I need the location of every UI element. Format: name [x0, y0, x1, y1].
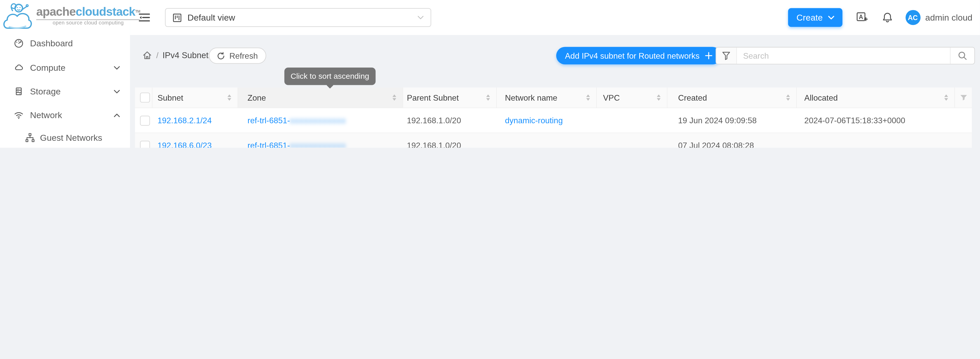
sort-icons [392, 94, 396, 101]
plus-icon [705, 52, 713, 59]
redacted-zone-text: xxxxxxxxxxxx [290, 116, 346, 125]
row-checkbox[interactable] [140, 115, 150, 125]
network-name-link[interactable]: dynamic-routing [505, 116, 563, 125]
sidebar-item-network[interactable]: Network [0, 103, 130, 127]
brand-apache: apache [36, 5, 76, 18]
user-name[interactable]: admin cloud [925, 13, 972, 22]
chevron-up-icon [114, 113, 120, 117]
sidebar-item-dashboard[interactable]: Dashboard [0, 30, 130, 56]
sidebar-item-label: Guest Networks [40, 132, 102, 142]
column-header-created[interactable]: Created [668, 88, 797, 108]
translate-icon[interactable]: A [856, 12, 868, 23]
app-window: apachecloudstackTM open source cloud com… [0, 0, 980, 148]
search-icon[interactable] [950, 48, 974, 64]
table-row[interactable]: 192.168.6.0/23 ref-trl-6851-xxxxxxxxxxxx… [135, 133, 972, 148]
refresh-button[interactable]: Refresh [209, 48, 266, 64]
select-all-checkbox[interactable] [140, 93, 150, 103]
sort-icons [228, 94, 231, 101]
add-ipv4-subnet-button[interactable]: Add IPv4 subnet for Routed networks [556, 47, 721, 64]
sort-icons [944, 94, 948, 101]
sort-icons [586, 94, 590, 101]
project-view-value: Default view [188, 13, 235, 22]
zone-link[interactable]: ref-trl-6851-xxxxxxxxxxxx [247, 141, 346, 148]
project-icon [173, 13, 182, 22]
reload-icon [217, 52, 225, 60]
avatar[interactable]: AC [905, 10, 920, 25]
column-header-vpc[interactable]: VPC [597, 88, 668, 108]
search-bar [716, 47, 975, 64]
sidebar-item-label: Network [30, 110, 62, 120]
cloud-icon [14, 62, 24, 73]
column-header-parent-subnet[interactable]: Parent Subnet [403, 88, 497, 108]
subnet-link[interactable]: 192.168.6.0/23 [158, 141, 212, 148]
sidebar-item-compute[interactable]: Compute [0, 56, 130, 79]
allocated-value: 2024-07-06T15:18:33+0000 [804, 116, 905, 125]
chevron-down-icon [114, 65, 120, 70]
cloudstack-logo[interactable]: apachecloudstackTM open source cloud com… [2, 2, 140, 30]
menu-fold-icon[interactable] [139, 13, 150, 22]
sidebar-item-label: Dashboard [30, 38, 73, 48]
sidebar-item-guest-networks[interactable]: Guest Networks [0, 127, 130, 147]
column-header-network-name[interactable]: Network name [497, 88, 597, 108]
zone-link[interactable]: ref-trl-6851-xxxxxxxxxxxx [247, 116, 346, 125]
cluster-icon [25, 132, 35, 142]
redacted-zone-text: xxxxxxxxxxxx [290, 141, 346, 148]
main-content: / IPv4 Subnets Refresh Click to sort asc… [130, 35, 980, 148]
sort-icons [486, 94, 490, 101]
column-label: Created [678, 93, 707, 102]
table-header-row: Subnet Zone Parent Subnet Network name V… [135, 88, 972, 108]
database-icon [14, 86, 24, 96]
parent-subnet-value: 192.168.1.0/20 [407, 116, 461, 125]
ipv4-subnets-table: Subnet Zone Parent Subnet Network name V… [135, 88, 972, 148]
created-value: 07 Jul 2024 08:08:28 [678, 141, 754, 148]
project-view-select[interactable]: Default view [165, 8, 431, 27]
sort-tooltip: Click to sort ascending [285, 67, 375, 85]
home-icon[interactable] [142, 51, 152, 60]
sidebar-item-label: Storage [30, 86, 61, 96]
brand-cloudstack: cloudstack [76, 5, 135, 18]
sort-icons [657, 94, 660, 101]
table-filter-trigger[interactable] [955, 88, 972, 108]
column-label: VPC [603, 93, 620, 102]
chevron-down-icon [417, 16, 423, 19]
wifi-icon [14, 110, 24, 120]
column-label: Parent Subnet [407, 93, 459, 102]
filter-funnel-icon[interactable] [716, 48, 737, 64]
column-header-zone[interactable]: Zone [238, 88, 403, 108]
column-label: Zone [247, 93, 266, 102]
select-all-cell [135, 88, 153, 108]
column-label: Network name [505, 93, 557, 102]
topbar: Default view Create A AC admin cloud [130, 0, 980, 35]
create-button-label: Create [796, 13, 822, 22]
sort-icons [786, 94, 790, 101]
sidebar: apachecloudstackTM open source cloud com… [0, 0, 130, 148]
notification-bell-icon[interactable] [881, 12, 893, 23]
brand-wordmark: apachecloudstackTM open source cloud com… [36, 6, 140, 26]
search-input[interactable] [737, 48, 950, 64]
add-button-label: Add IPv4 subnet for Routed networks [565, 51, 700, 60]
table-row[interactable]: 192.168.2.1/24 ref-trl-6851-xxxxxxxxxxxx… [135, 108, 972, 133]
sidebar-nav: Dashboard Compute Storage Net [0, 30, 130, 148]
breadcrumb-current: IPv4 Subnets [162, 51, 213, 60]
created-value: 19 Jun 2024 09:09:58 [678, 116, 757, 125]
chevron-down-icon [114, 89, 120, 93]
column-header-subnet[interactable]: Subnet [153, 88, 238, 108]
parent-subnet-value: 192.168.1.0/20 [407, 141, 461, 148]
create-button[interactable]: Create [788, 8, 842, 27]
refresh-label: Refresh [229, 51, 258, 60]
row-checkbox[interactable] [140, 140, 150, 148]
sidebar-item-storage[interactable]: Storage [0, 80, 130, 103]
column-label: Subnet [158, 93, 183, 102]
column-label: Allocated [804, 93, 838, 102]
column-header-allocated[interactable]: Allocated [797, 88, 955, 108]
dashboard-icon [14, 38, 24, 48]
svg-text:A: A [859, 14, 863, 20]
brand-trademark: TM [135, 9, 140, 13]
topbar-right-cluster: Create A AC admin cloud [788, 8, 980, 27]
sidebar-item-label: Compute [30, 62, 65, 73]
breadcrumb-separator: / [156, 51, 159, 60]
subnet-link[interactable]: 192.168.2.1/24 [158, 116, 212, 125]
monkey-cloud-logo-icon [2, 2, 33, 30]
